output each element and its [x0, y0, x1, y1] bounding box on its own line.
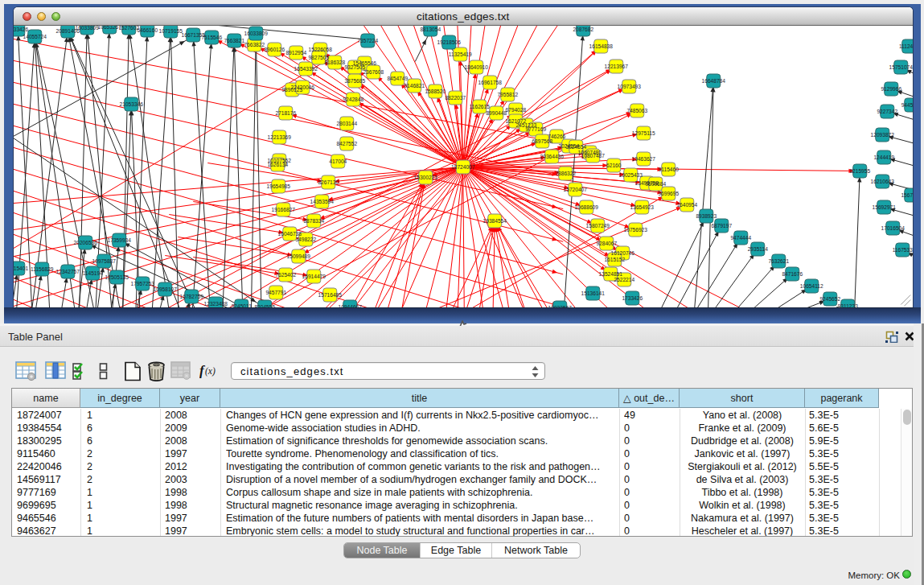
- svg-text:15099489: 15099489: [287, 253, 311, 259]
- svg-text:20206536: 20206536: [74, 240, 98, 245]
- svg-text:8822037: 8822037: [445, 95, 466, 101]
- svg-text:16046738: 16046738: [278, 231, 302, 237]
- svg-text:14055724: 14055724: [23, 34, 47, 39]
- svg-text:15807249: 15807249: [586, 223, 610, 229]
- svg-text:9699695: 9699695: [658, 191, 679, 196]
- svg-text:10807487: 10807487: [581, 153, 606, 159]
- svg-text:19384554: 19384554: [483, 218, 507, 224]
- svg-text:6466160: 6466160: [137, 27, 158, 33]
- svg-text:8878334: 8878334: [303, 218, 324, 224]
- svg-text:8938923: 8938923: [696, 213, 717, 219]
- svg-text:7515546: 7515546: [201, 35, 222, 40]
- svg-text:19166827: 19166827: [272, 207, 296, 212]
- svg-text:15716485: 15716485: [318, 292, 343, 298]
- svg-text:9311233: 9311233: [838, 303, 859, 307]
- svg-text:1615152: 1615152: [604, 257, 625, 262]
- svg-text:11325419: 11325419: [449, 51, 472, 57]
- svg-text:6879197: 6879197: [711, 223, 732, 229]
- svg-text:16154838: 16154838: [589, 43, 614, 49]
- svg-text:8204555: 8204555: [254, 304, 275, 307]
- svg-text:6897568: 6897568: [532, 138, 552, 144]
- svg-text:62160: 62160: [606, 163, 622, 168]
- svg-text:11156829: 11156829: [31, 266, 54, 272]
- svg-text:9245652: 9245652: [819, 296, 840, 302]
- svg-text:18724007: 18724007: [451, 164, 475, 170]
- svg-text:8454749: 8454749: [387, 76, 408, 81]
- svg-text:1162615: 1162615: [470, 104, 491, 109]
- svg-text:12323488: 12323488: [204, 301, 228, 307]
- svg-text:9115460: 9115460: [659, 167, 680, 172]
- svg-text:2087682: 2087682: [573, 27, 593, 32]
- svg-text:16033809: 16033809: [244, 31, 269, 36]
- svg-text:18032567: 18032567: [548, 305, 573, 307]
- svg-text:15300273: 15300273: [414, 175, 438, 180]
- svg-text:1145194: 1145194: [83, 270, 104, 276]
- svg-text:7632621: 7632621: [768, 258, 789, 264]
- svg-text:1588520: 1588520: [425, 89, 446, 94]
- svg-text:7357224: 7357224: [357, 38, 378, 43]
- svg-text:10975887: 10975887: [92, 258, 117, 264]
- svg-text:8186328: 8186328: [324, 60, 345, 65]
- svg-text:9457791: 9457791: [265, 290, 286, 295]
- svg-text:9474444: 9474444: [730, 235, 751, 241]
- svg-text:13524851: 13524851: [599, 271, 623, 277]
- svg-text:16914479: 16914479: [302, 274, 326, 279]
- svg-text:1626134: 1626134: [267, 162, 288, 167]
- svg-text:8471676: 8471676: [782, 271, 803, 277]
- svg-text:8813054: 8813054: [420, 27, 441, 32]
- svg-text:17957253: 17957253: [131, 281, 155, 286]
- svg-text:10688609: 10688609: [575, 204, 599, 210]
- svg-text:13654923: 13654923: [630, 204, 655, 210]
- svg-text:7663821: 7663821: [224, 38, 244, 43]
- svg-text:9284067: 9284067: [596, 241, 617, 246]
- svg-text:2718176: 2718176: [275, 110, 296, 116]
- svg-text:16782759: 16782759: [180, 294, 204, 299]
- svg-text:12342757: 12342757: [56, 269, 80, 274]
- svg-text:16210643: 16210643: [871, 179, 895, 184]
- svg-text:10973493: 10973493: [618, 84, 642, 89]
- svg-text:10958107: 10958107: [154, 286, 178, 292]
- svg-text:2803144: 2803144: [336, 121, 357, 126]
- svg-text:10944667: 10944667: [339, 304, 363, 307]
- svg-text:19463627: 19463627: [632, 156, 656, 162]
- svg-text:1733426: 1733426: [14, 27, 28, 32]
- svg-text:8267130: 8267130: [318, 179, 339, 185]
- svg-text:18640910: 18640910: [465, 64, 489, 70]
- svg-text:1167533: 1167533: [893, 247, 913, 253]
- svg-text:15751074: 15751074: [889, 64, 913, 70]
- svg-text:8990448: 8990448: [486, 110, 507, 116]
- svg-text:12093872: 12093872: [871, 132, 895, 138]
- svg-text:9445011: 9445011: [901, 102, 913, 108]
- svg-text:417004: 417004: [329, 159, 347, 164]
- svg-text:21053346: 21053346: [120, 101, 144, 107]
- svg-text:16033809: 16033809: [76, 26, 100, 31]
- svg-text:16543392: 16543392: [294, 66, 318, 72]
- svg-text:8215955: 8215955: [849, 168, 870, 174]
- svg-text:12213369: 12213369: [268, 134, 292, 140]
- svg-text:22420046: 22420046: [291, 84, 315, 90]
- svg-text:9699684: 9699684: [645, 181, 666, 187]
- svg-text:8912954: 8912954: [285, 50, 306, 56]
- svg-text:9129966: 9129966: [881, 86, 901, 92]
- svg-text:1733426: 1733426: [622, 295, 643, 301]
- svg-text:9777169: 9777169: [525, 126, 546, 132]
- svg-text:3875685: 3875685: [344, 78, 365, 84]
- svg-text:1112444: 1112444: [899, 43, 913, 49]
- svg-text:3498222: 3498222: [295, 237, 316, 242]
- svg-text:7886322: 7886322: [555, 171, 576, 176]
- svg-text:9146821: 9146821: [404, 83, 425, 89]
- svg-text:9245011: 9245011: [232, 303, 253, 307]
- svg-text:10756923: 10756923: [624, 227, 648, 233]
- svg-text:8960126: 8960126: [264, 47, 285, 52]
- svg-text:2522214: 2522214: [614, 277, 634, 282]
- svg-text:10719155: 10719155: [159, 28, 183, 34]
- svg-text:19654985: 19654985: [267, 183, 291, 189]
- svg-text:12975115: 12975115: [632, 130, 655, 136]
- svg-text:7955812: 7955812: [497, 92, 518, 97]
- svg-text:1567334: 1567334: [901, 192, 912, 198]
- svg-text:3024554: 3024554: [565, 144, 586, 150]
- svg-text:10654112: 10654112: [800, 283, 823, 289]
- svg-text:16648784: 16648784: [702, 78, 726, 84]
- svg-text:6794028: 6794028: [505, 107, 526, 113]
- svg-text:2367608: 2367608: [363, 69, 384, 75]
